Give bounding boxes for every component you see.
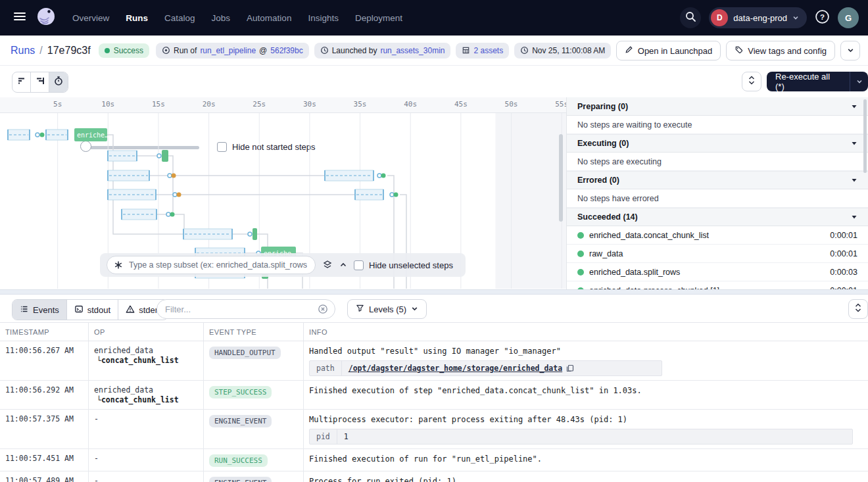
chevron-down-icon bbox=[792, 12, 799, 24]
event-type-cell: RUN_SUCCESS bbox=[204, 449, 304, 471]
top-nav: OverviewRunsCatalogJobsAutomationInsight… bbox=[0, 0, 868, 36]
event-log-row[interactable]: 11:00:56.267 AMenriched_data└concat_chun… bbox=[0, 341, 868, 381]
panel-section-header[interactable]: Executing (0) bbox=[567, 134, 868, 153]
run-header: Runs / 17e79c3f Success Run of run_etl_p… bbox=[0, 36, 868, 66]
event-log-row[interactable]: 11:00:57.489 AM-ENGINE_EVENTProcess for … bbox=[0, 471, 868, 482]
tab-stdout[interactable]: stdout bbox=[67, 300, 118, 320]
user-avatar[interactable]: G bbox=[838, 7, 859, 28]
col-timestamp[interactable]: TIMESTAMP bbox=[0, 323, 89, 341]
step-name: raw_data bbox=[589, 249, 825, 258]
gantt-scrollbar[interactable] bbox=[559, 134, 563, 222]
events-expand-button[interactable] bbox=[848, 299, 868, 319]
view-waterfall-button[interactable] bbox=[31, 72, 49, 92]
reexecute-all-button[interactable]: Re-execute all (*) bbox=[767, 72, 868, 91]
tag-icon bbox=[735, 45, 743, 56]
status-label: Success bbox=[114, 46, 143, 55]
nav-links: OverviewRunsCatalogJobsAutomationInsight… bbox=[72, 13, 402, 23]
help-icon: ? bbox=[815, 9, 830, 27]
log-filter-wrap bbox=[157, 299, 335, 319]
panel-section-header[interactable]: Succeeded (14) bbox=[567, 208, 868, 226]
hide-unselected-checkbox[interactable] bbox=[354, 260, 364, 270]
started-at-tag[interactable]: Nov 25, 11:00:08 AM bbox=[514, 43, 611, 59]
caret-sort-icon bbox=[854, 302, 862, 316]
help-button[interactable]: ? bbox=[815, 9, 830, 27]
step-duration: 0:00:03 bbox=[830, 268, 857, 277]
panel-section-header[interactable]: Preparing (0) bbox=[567, 97, 868, 116]
stopwatch-icon bbox=[53, 76, 64, 89]
col-info[interactable]: INFO bbox=[304, 323, 868, 341]
gantt-expand-button[interactable] bbox=[742, 72, 761, 91]
event-timestamp: 11:00:57.451 AM bbox=[0, 449, 89, 471]
tag-link[interactable]: run_etl_pipeline bbox=[200, 46, 256, 55]
succeeded-step-row[interactable]: enriched_data.process_chunked [1]0:00:01 bbox=[567, 281, 868, 289]
run-of-tag[interactable]: Run of run_etl_pipeline @ 562f39bc bbox=[156, 43, 309, 59]
view-tags-config-button[interactable]: View tags and config bbox=[726, 41, 835, 60]
gantt-pane: 5s10s15s20s25s30s35s40s45s50s55s enriche… bbox=[0, 97, 567, 289]
col-op[interactable]: OP bbox=[89, 323, 204, 341]
gantt-toolbar: Hide not started steps Re-execute all (*… bbox=[0, 66, 868, 97]
nav-item-runs[interactable]: Runs bbox=[126, 13, 148, 23]
chevron-down-icon bbox=[847, 46, 854, 56]
target-icon bbox=[162, 46, 170, 55]
tag-link[interactable]: 562f39bc bbox=[270, 46, 302, 55]
nav-item-catalog[interactable]: Catalog bbox=[164, 13, 195, 23]
collapse-section-icon[interactable] bbox=[851, 174, 857, 186]
event-log-row[interactable]: 11:00:57.451 AM-RUN_SUCCESSFinished exec… bbox=[0, 449, 868, 471]
nav-item-insights[interactable]: Insights bbox=[308, 13, 339, 23]
metadata-link[interactable]: /opt/dagster/dagster_home/storage/enrich… bbox=[349, 364, 562, 373]
nav-item-automation[interactable]: Automation bbox=[247, 13, 291, 23]
reexecute-options-button[interactable] bbox=[850, 72, 868, 91]
levels-dropdown[interactable]: Levels (5) bbox=[347, 299, 427, 319]
event-metadata-box: pid1 bbox=[309, 429, 853, 445]
open-in-launchpad-button[interactable]: Open in Launchpad bbox=[616, 41, 721, 60]
step-subset-input[interactable] bbox=[128, 260, 308, 270]
assets-tag[interactable]: 2 assets bbox=[456, 43, 509, 59]
success-dot-icon bbox=[577, 232, 584, 239]
view-flat-button[interactable] bbox=[12, 72, 31, 92]
launched-by-tag[interactable]: Launched by run_assets_30min bbox=[314, 43, 451, 59]
nav-item-deployment[interactable]: Deployment bbox=[355, 13, 402, 23]
more-run-actions-button[interactable] bbox=[840, 41, 860, 60]
view-timed-button[interactable] bbox=[49, 72, 68, 92]
clear-filter-button[interactable] bbox=[318, 304, 328, 314]
terminal-icon bbox=[74, 304, 84, 316]
collapse-section-icon[interactable] bbox=[851, 101, 857, 112]
panel-scrollbar[interactable] bbox=[863, 99, 867, 173]
tag-link[interactable]: 2 assets bbox=[473, 46, 503, 55]
axis-tick-label: 50s bbox=[502, 100, 521, 108]
collapse-section-icon[interactable] bbox=[851, 137, 857, 149]
dagster-logo[interactable] bbox=[34, 6, 58, 30]
nav-item-overview[interactable]: Overview bbox=[72, 13, 109, 23]
nav-item-jobs[interactable]: Jobs bbox=[212, 13, 231, 23]
grid-icon bbox=[462, 46, 470, 55]
event-info: Handled output "result" using IO manager… bbox=[304, 341, 868, 380]
svg-text:?: ? bbox=[820, 12, 825, 20]
event-op: - bbox=[89, 449, 204, 471]
axis-tick-label: 40s bbox=[401, 100, 420, 108]
collapse-overlay-button[interactable] bbox=[339, 261, 347, 269]
event-info-text: Handled output "result" using IO manager… bbox=[309, 346, 863, 356]
col-event-type[interactable]: EVENT TYPE bbox=[204, 323, 304, 341]
breadcrumb-runs-link[interactable]: Runs bbox=[11, 45, 35, 57]
search-button[interactable] bbox=[680, 7, 701, 28]
pane-splitter[interactable] bbox=[0, 289, 868, 295]
succeeded-step-row[interactable]: raw_data0:00:01 bbox=[567, 245, 868, 263]
tag-text: Launched by bbox=[332, 46, 377, 55]
log-filter-input[interactable] bbox=[164, 304, 318, 315]
tab-events[interactable]: Events bbox=[12, 300, 67, 320]
layers-button[interactable] bbox=[322, 260, 333, 270]
workspace-switcher[interactable]: D data-eng-prod bbox=[709, 7, 807, 28]
event-log-row[interactable]: 11:00:57.375 AM-ENGINE_EVENTMultiprocess… bbox=[0, 410, 868, 449]
collapse-section-icon[interactable] bbox=[851, 211, 857, 223]
event-log-row[interactable]: 11:00:56.292 AMenriched_data└concat_chun… bbox=[0, 381, 868, 410]
succeeded-step-row[interactable]: enriched_data.split_rows0:00:03 bbox=[567, 263, 868, 281]
step-status-panel: Preparing (0)No steps are waiting to exe… bbox=[567, 97, 868, 289]
run-tags: Run of run_etl_pipeline @ 562f39bcLaunch… bbox=[156, 43, 666, 59]
panel-section-header[interactable]: Errored (0) bbox=[567, 171, 868, 189]
succeeded-step-row[interactable]: enriched_data.concat_chunk_list0:00:01 bbox=[567, 226, 868, 245]
hamburger-menu-icon[interactable] bbox=[11, 9, 29, 27]
copy-icon[interactable] bbox=[566, 364, 574, 372]
gantt-chart[interactable]: enriche…enriche… Hide unselected steps bbox=[0, 113, 566, 289]
tag-link[interactable]: run_assets_30min bbox=[380, 46, 445, 55]
caret-sort-icon bbox=[748, 75, 756, 88]
